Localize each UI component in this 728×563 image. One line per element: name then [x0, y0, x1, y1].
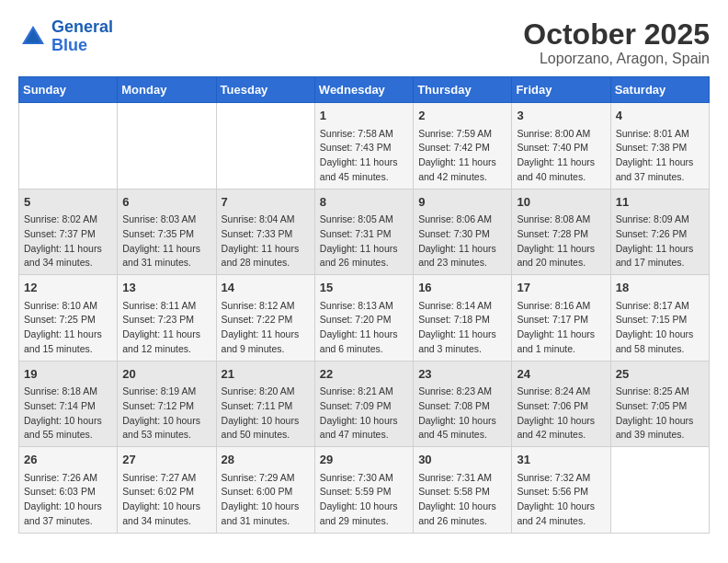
header: General Blue October 2025 Loporzano, Ara…	[18, 18, 710, 67]
day-number: 3	[517, 107, 605, 125]
daylight-text: Daylight: 11 hours and 28 minutes.	[222, 242, 310, 271]
sunrise-text: Sunrise: 8:19 AM	[122, 385, 210, 399]
logo-text: General Blue	[51, 18, 113, 55]
day-cell: 7Sunrise: 8:04 AMSunset: 7:33 PMDaylight…	[216, 189, 314, 275]
header-cell-thursday: Thursday	[414, 77, 512, 103]
sunset-text: Sunset: 7:20 PM	[320, 313, 408, 327]
sunset-text: Sunset: 7:35 PM	[122, 227, 210, 242]
day-number: 21	[222, 365, 310, 384]
sunset-text: Sunset: 5:59 PM	[320, 485, 408, 500]
sunrise-text: Sunrise: 7:30 AM	[320, 471, 408, 486]
day-number: 29	[320, 451, 408, 469]
day-cell	[610, 447, 709, 534]
logo: General Blue	[18, 18, 113, 55]
day-number: 28	[222, 451, 310, 469]
logo-icon	[18, 22, 48, 52]
sunset-text: Sunset: 7:09 PM	[320, 399, 408, 414]
day-number: 11	[616, 193, 704, 212]
day-cell: 8Sunrise: 8:05 AMSunset: 7:31 PMDaylight…	[314, 189, 413, 275]
daylight-text: Daylight: 10 hours and 50 minutes.	[222, 414, 310, 443]
day-number: 31	[517, 451, 605, 469]
daylight-text: Daylight: 10 hours and 26 minutes.	[418, 500, 506, 529]
sunset-text: Sunset: 7:22 PM	[222, 313, 310, 327]
day-cell: 22Sunrise: 8:21 AMSunset: 7:09 PMDayligh…	[314, 361, 413, 447]
day-cell: 17Sunrise: 8:16 AMSunset: 7:17 PMDayligh…	[512, 275, 610, 362]
day-cell	[216, 103, 314, 190]
sunset-text: Sunset: 5:58 PM	[418, 485, 506, 500]
daylight-text: Daylight: 11 hours and 26 minutes.	[320, 242, 408, 271]
day-cell: 1Sunrise: 7:58 AMSunset: 7:43 PMDaylight…	[314, 103, 413, 190]
sunrise-text: Sunrise: 8:13 AM	[320, 299, 408, 314]
sunset-text: Sunset: 7:08 PM	[418, 399, 506, 414]
sunrise-text: Sunrise: 7:32 AM	[517, 471, 605, 486]
day-cell: 10Sunrise: 8:08 AMSunset: 7:28 PMDayligh…	[512, 189, 610, 275]
daylight-text: Daylight: 10 hours and 24 minutes.	[517, 500, 605, 529]
sunrise-text: Sunrise: 8:06 AM	[418, 213, 506, 227]
sunrise-text: Sunrise: 8:01 AM	[616, 127, 704, 142]
week-row-4: 19Sunrise: 8:18 AMSunset: 7:14 PMDayligh…	[19, 361, 710, 447]
sunset-text: Sunset: 7:14 PM	[24, 399, 112, 414]
week-row-5: 26Sunrise: 7:26 AMSunset: 6:03 PMDayligh…	[19, 447, 710, 534]
daylight-text: Daylight: 10 hours and 45 minutes.	[418, 414, 506, 443]
sunset-text: Sunset: 7:05 PM	[616, 399, 704, 414]
day-cell: 20Sunrise: 8:19 AMSunset: 7:12 PMDayligh…	[118, 361, 216, 447]
sunset-text: Sunset: 7:12 PM	[122, 399, 210, 414]
day-number: 17	[517, 279, 605, 297]
sunset-text: Sunset: 7:18 PM	[418, 313, 506, 327]
daylight-text: Daylight: 11 hours and 34 minutes.	[24, 242, 112, 271]
day-cell	[19, 103, 118, 190]
sunrise-text: Sunrise: 8:23 AM	[418, 385, 506, 399]
daylight-text: Daylight: 10 hours and 39 minutes.	[616, 414, 704, 443]
week-row-2: 5Sunrise: 8:02 AMSunset: 7:37 PMDaylight…	[19, 189, 710, 275]
day-number: 10	[517, 193, 605, 212]
sunset-text: Sunset: 5:56 PM	[517, 485, 605, 500]
day-number: 9	[418, 193, 506, 212]
sunrise-text: Sunrise: 8:17 AM	[616, 299, 704, 314]
day-number: 22	[320, 365, 408, 384]
daylight-text: Daylight: 11 hours and 1 minute.	[517, 327, 605, 357]
daylight-text: Daylight: 11 hours and 23 minutes.	[418, 242, 506, 271]
sunrise-text: Sunrise: 7:59 AM	[418, 127, 506, 142]
week-row-1: 1Sunrise: 7:58 AMSunset: 7:43 PMDaylight…	[19, 103, 710, 190]
daylight-text: Daylight: 11 hours and 17 minutes.	[616, 242, 704, 271]
day-cell: 9Sunrise: 8:06 AMSunset: 7:30 PMDaylight…	[414, 189, 512, 275]
sunset-text: Sunset: 7:28 PM	[517, 227, 605, 242]
sunrise-text: Sunrise: 8:05 AM	[320, 213, 408, 227]
sunset-text: Sunset: 7:15 PM	[616, 313, 704, 327]
sunrise-text: Sunrise: 8:16 AM	[517, 299, 605, 314]
daylight-text: Daylight: 10 hours and 58 minutes.	[616, 327, 704, 357]
title-area: October 2025 Loporzano, Aragon, Spain	[523, 18, 710, 67]
daylight-text: Daylight: 11 hours and 9 minutes.	[222, 327, 310, 357]
day-number: 12	[24, 279, 112, 297]
header-row: SundayMondayTuesdayWednesdayThursdayFrid…	[19, 77, 710, 103]
sunrise-text: Sunrise: 8:11 AM	[122, 299, 210, 314]
sunrise-text: Sunrise: 7:58 AM	[320, 127, 408, 142]
day-number: 27	[122, 451, 210, 469]
day-cell	[118, 103, 216, 190]
sunset-text: Sunset: 7:30 PM	[418, 227, 506, 242]
sunrise-text: Sunrise: 7:27 AM	[122, 471, 210, 486]
day-number: 26	[24, 451, 112, 469]
sunrise-text: Sunrise: 8:00 AM	[517, 127, 605, 142]
daylight-text: Daylight: 11 hours and 3 minutes.	[418, 327, 506, 357]
day-cell: 2Sunrise: 7:59 AMSunset: 7:42 PMDaylight…	[414, 103, 512, 190]
day-cell: 21Sunrise: 8:20 AMSunset: 7:11 PMDayligh…	[216, 361, 314, 447]
daylight-text: Daylight: 10 hours and 55 minutes.	[24, 414, 112, 443]
day-number: 2	[418, 107, 506, 125]
day-cell: 11Sunrise: 8:09 AMSunset: 7:26 PMDayligh…	[610, 189, 709, 275]
sunset-text: Sunset: 7:43 PM	[320, 141, 408, 155]
day-cell: 19Sunrise: 8:18 AMSunset: 7:14 PMDayligh…	[19, 361, 118, 447]
header-cell-wednesday: Wednesday	[314, 77, 413, 103]
week-row-3: 12Sunrise: 8:10 AMSunset: 7:25 PMDayligh…	[19, 275, 710, 362]
day-cell: 18Sunrise: 8:17 AMSunset: 7:15 PMDayligh…	[610, 275, 709, 362]
day-number: 18	[616, 279, 704, 297]
sunset-text: Sunset: 7:17 PM	[517, 313, 605, 327]
sunrise-text: Sunrise: 8:18 AM	[24, 385, 112, 399]
daylight-text: Daylight: 11 hours and 6 minutes.	[320, 327, 408, 357]
sunrise-text: Sunrise: 8:09 AM	[616, 213, 704, 227]
sunrise-text: Sunrise: 8:12 AM	[222, 299, 310, 314]
daylight-text: Daylight: 11 hours and 12 minutes.	[122, 327, 210, 357]
day-number: 19	[24, 365, 112, 384]
logo-line1: General	[51, 17, 113, 36]
sunset-text: Sunset: 7:42 PM	[418, 141, 506, 155]
